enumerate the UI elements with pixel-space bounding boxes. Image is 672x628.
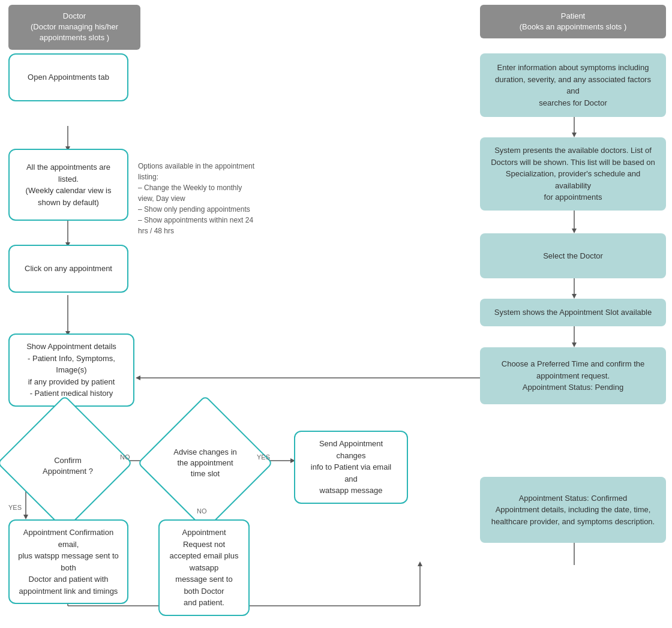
confirmation-email-box: Appointment Confirmation email, plus wat… (8, 519, 128, 604)
system-presents-box: System presents the available doctors. L… (480, 137, 666, 211)
doctor-header: Doctor (Doctor managing his/her appointm… (8, 5, 140, 50)
confirm-diamond-wrapper: Confirm Appointment ? (17, 415, 119, 517)
all-appointments-box: All the appointments are listed. (Weekly… (8, 149, 128, 221)
advise-label: Advise changes in the appointment time s… (169, 447, 241, 480)
svg-marker-28 (572, 342, 577, 347)
patient-header: Patient (Books an appointments slots ) (480, 5, 666, 38)
select-doctor-box: Select the Doctor (480, 233, 666, 278)
note-box: Options available in the appointment lis… (138, 161, 258, 236)
show-details-box: Show Appointment details - Patient Info,… (8, 333, 134, 407)
system-shows-box: System shows the Appointment Slot availa… (480, 299, 666, 326)
no-label-advise: NO (197, 507, 207, 515)
request-not-accepted-box: Appointment Request not accepted email p… (158, 519, 250, 616)
svg-marker-22 (572, 133, 577, 137)
send-changes-box: Send Appointment changes info to Patient… (294, 431, 408, 504)
svg-marker-24 (572, 229, 577, 233)
diagram-container: Doctor (Doctor managing his/her appointm… (0, 0, 672, 628)
svg-marker-20 (418, 561, 422, 566)
yes-label-advise: YES (257, 453, 270, 461)
click-appointment-box: Click on any appointment (8, 245, 128, 293)
appointment-confirmed-box: Appointment Status: Confirmed Appointmen… (480, 477, 666, 543)
yes-label-confirm: YES (8, 504, 22, 511)
svg-marker-26 (572, 294, 577, 299)
confirm-label: Confirm Appointment ? (32, 455, 104, 477)
no-label-confirm: NO (120, 453, 130, 461)
open-appointments-box: Open Appointments tab (8, 53, 128, 101)
svg-marker-30 (136, 375, 140, 380)
choose-time-box: Choose a Preferred Time and confirm the … (480, 347, 666, 404)
advise-diamond-wrapper: Advise changes in the appointment time s… (157, 415, 253, 511)
enter-info-box: Enter information about symptoms includi… (480, 53, 666, 117)
